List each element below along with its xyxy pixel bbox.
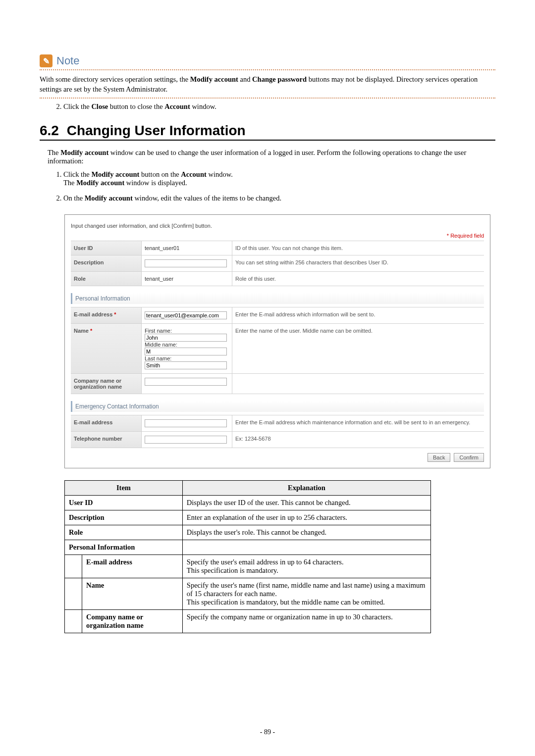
item-company: Company name or organization name — [82, 609, 183, 633]
table-header-row: Item Explanation — [65, 480, 431, 495]
step-1: Click the Modify account button on the A… — [63, 170, 495, 187]
desc-description: You can set string within 256 characters… — [232, 255, 484, 271]
label-userid: User ID — [71, 241, 142, 255]
intro-text: The Modify account window can be used to… — [48, 149, 495, 165]
desc-role: Role of this user. — [232, 272, 484, 286]
desc-email: Enter the E-mail address which informati… — [232, 307, 484, 323]
item-description: Description — [65, 510, 183, 525]
step-close: Click the Close button to close the Acco… — [63, 102, 495, 111]
personal-info-header: Personal Information — [71, 293, 484, 304]
col-explanation: Explanation — [182, 480, 430, 495]
expl-name: Specify the user's name (first name, mid… — [182, 578, 430, 609]
page-number: - 89 - — [0, 728, 535, 736]
note-icon: ✎ — [40, 54, 53, 67]
step-2: On the Modify account window, edit the v… — [63, 194, 495, 202]
company-input[interactable] — [145, 378, 227, 386]
middle-name-label: Middle name: — [145, 342, 229, 348]
desc-name: Enter the name of the user. Middle name … — [232, 324, 484, 373]
table-row: Company name or organization name Specif… — [65, 609, 431, 633]
confirm-button[interactable]: Confirm — [454, 453, 484, 462]
emerg-email-input[interactable] — [145, 419, 227, 427]
expl-company: Specify the company name or organization… — [182, 609, 430, 633]
table-row: Role Displays the user's role. This cann… — [65, 525, 431, 540]
table-row: Personal Information — [65, 540, 431, 554]
section-title: Changing User Information — [67, 123, 246, 138]
note-body: With some directory services operation s… — [40, 74, 495, 95]
steps: Click the Modify account button on the A… — [40, 170, 495, 202]
step-list: Click the Close button to close the Acco… — [40, 102, 495, 111]
expl-role: Displays the user's role. This cannot be… — [182, 525, 430, 540]
first-name-input[interactable] — [145, 334, 227, 342]
item-name: Name — [82, 578, 183, 609]
row-userid: User ID tenant_user01 ID of this user. Y… — [71, 241, 484, 255]
row-description: Description You can set string within 25… — [71, 255, 484, 271]
label-name: Name * — [71, 324, 142, 373]
section-heading: 6.2 Changing User Information — [40, 123, 495, 141]
label-emerg-email: E-mail address — [71, 415, 142, 431]
value-role: tenant_user — [142, 272, 232, 286]
last-name-input[interactable] — [145, 361, 227, 369]
row-email: E-mail address * Enter the E-mail addres… — [71, 307, 484, 323]
expl-personal-info — [182, 540, 430, 554]
explanation-table: Item Explanation User ID Displays the us… — [64, 480, 431, 633]
row-name: Name * First name: Middle name: Last nam… — [71, 323, 484, 373]
required-field-legend: Required field — [71, 233, 484, 239]
label-emerg-tel: Telephone number — [71, 432, 142, 448]
item-role: Role — [65, 525, 183, 540]
back-button[interactable]: Back — [428, 453, 450, 462]
col-item: Item — [65, 480, 183, 495]
value-userid: tenant_user01 — [142, 241, 232, 255]
first-name-label: First name: — [145, 328, 229, 334]
table-row: Description Enter an explanation of the … — [65, 510, 431, 525]
desc-emerg-email: Enter the E-mail address which maintenan… — [232, 415, 484, 431]
modify-account-screenshot: Input changed user information, and clic… — [64, 214, 490, 468]
divider — [40, 98, 495, 99]
emergency-info-header: Emergency Contact Information — [71, 401, 484, 412]
note-header: ✎ Note — [40, 54, 495, 67]
row-emerg-tel: Telephone number Ex: 1234-5678 — [71, 431, 484, 448]
item-personal-info: Personal Information — [65, 540, 183, 554]
section-number: 6.2 — [40, 123, 59, 138]
row-emerg-email: E-mail address Enter the E-mail address … — [71, 415, 484, 431]
label-email: E-mail address * — [71, 307, 142, 323]
expl-userid: Displays the user ID of the user. This c… — [182, 495, 430, 510]
divider — [40, 69, 495, 70]
emerg-tel-input[interactable] — [145, 436, 227, 444]
middle-name-input[interactable] — [145, 348, 227, 355]
last-name-label: Last name: — [145, 355, 229, 361]
table-row: User ID Displays the user ID of the user… — [65, 495, 431, 510]
email-input[interactable] — [145, 311, 227, 319]
expl-email: Specify the user's email address in up t… — [182, 554, 430, 578]
label-role: Role — [71, 272, 142, 286]
table-row: E-mail address Specify the user's email … — [65, 554, 431, 578]
item-userid: User ID — [65, 495, 183, 510]
row-company: Company name or organization name — [71, 373, 484, 394]
desc-emerg-tel: Ex: 1234-5678 — [232, 432, 484, 448]
label-description: Description — [71, 255, 142, 271]
note-label: Note — [56, 54, 79, 67]
form-hint: Input changed user information, and clic… — [71, 223, 484, 229]
row-role: Role tenant_user Role of this user. — [71, 271, 484, 286]
desc-userid: ID of this user. You can not change this… — [232, 241, 484, 255]
item-email: E-mail address — [82, 554, 183, 578]
expl-description: Enter an explanation of the user in up t… — [182, 510, 430, 525]
table-row: Name Specify the user's name (first name… — [65, 578, 431, 609]
description-input[interactable] — [145, 259, 227, 267]
label-company: Company name or organization name — [71, 374, 142, 394]
